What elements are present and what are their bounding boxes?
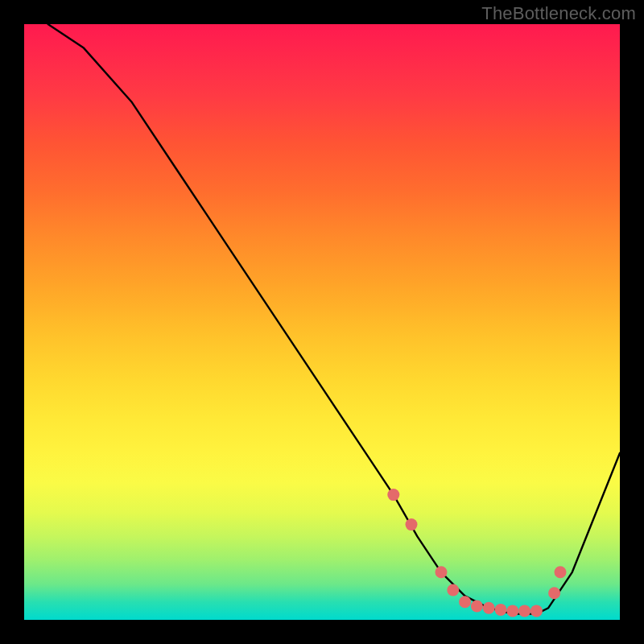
curve-marker: [447, 584, 459, 597]
curve-marker: [495, 604, 507, 616]
curve-marker: [530, 605, 543, 617]
curve-marker: [471, 601, 483, 613]
curve-marker: [518, 605, 530, 617]
curve-marker: [548, 587, 560, 599]
curve-marker: [459, 596, 471, 608]
chart-plot-area: [24, 24, 620, 620]
chart-svg: [24, 24, 620, 620]
bottleneck-curve-line: [48, 24, 620, 614]
curve-marker: [436, 566, 448, 578]
curve-marker: [406, 518, 418, 530]
curve-marker: [387, 489, 399, 501]
watermark-text: TheBottleneck.com: [481, 3, 636, 24]
marker-group: [387, 489, 566, 617]
curve-marker: [506, 605, 518, 617]
curve-marker: [555, 566, 567, 578]
curve-marker: [483, 602, 495, 614]
